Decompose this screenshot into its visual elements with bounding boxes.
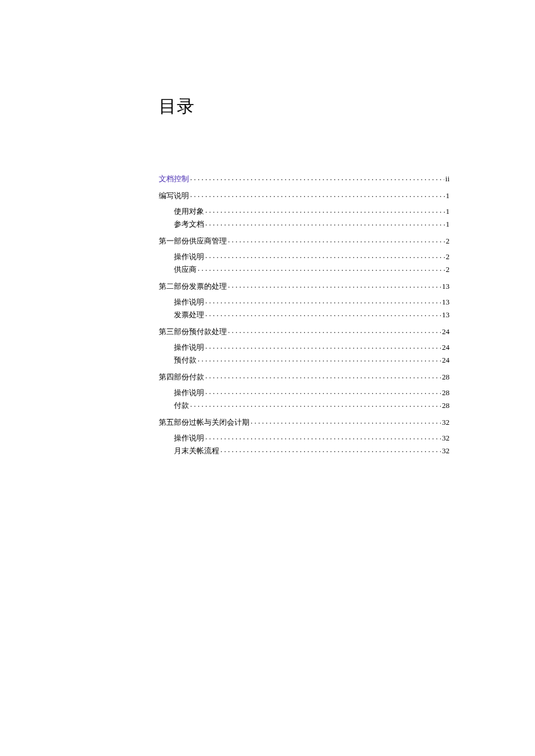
toc-entry[interactable]: 第一部份供应商管理2 [159, 228, 450, 245]
toc-entry-label: 第五部份过帐与关闭会计期 [159, 418, 249, 426]
toc-entry[interactable]: 预付款24 [159, 351, 450, 364]
toc-entry-page: 32 [442, 434, 450, 442]
toc-entry[interactable]: 第五部份过帐与关闭会计期32 [159, 409, 450, 426]
toc-entry-label: 第二部份发票的处理 [159, 282, 227, 290]
dot-leader [205, 388, 441, 395]
toc-entry[interactable]: 供应商2 [159, 260, 450, 273]
dot-leader [220, 446, 441, 453]
dot-leader [228, 236, 445, 243]
dot-leader [205, 342, 441, 350]
dot-leader [205, 252, 445, 259]
toc-entry-label: 操作说明 [174, 343, 204, 351]
dot-leader [205, 206, 445, 214]
toc-entry-page: 13 [442, 282, 450, 290]
toc-entry-label: 第四部份付款 [159, 373, 204, 381]
table-of-contents: 文档控制ii编写说明1使用对象1参考文档1第一部份供应商管理2操作说明2供应商2… [159, 174, 450, 454]
toc-entry-label: 第三部份预付款处理 [159, 328, 227, 335]
toc-entry[interactable]: 发票处理13 [159, 306, 450, 318]
toc-entry-label: 月末关帐流程 [174, 447, 219, 454]
toc-entry[interactable]: 月末关帐流程32 [159, 442, 450, 454]
dot-leader [198, 355, 441, 363]
dot-leader [228, 327, 441, 334]
toc-entry-label: 参考文档 [174, 220, 204, 228]
toc-entry-page: 24 [442, 343, 450, 351]
toc-entry-label: 发票处理 [174, 311, 204, 318]
toc-entry-page: ii [445, 175, 450, 182]
toc-entry-label: 使用对象 [174, 207, 204, 215]
toc-entry[interactable]: 第四部份付款28 [159, 364, 450, 381]
dot-leader [190, 191, 445, 198]
toc-entry[interactable]: 文档控制ii [159, 174, 450, 182]
toc-entry[interactable]: 付款28 [159, 396, 450, 409]
toc-entry-page: 28 [442, 389, 450, 396]
toc-entry[interactable]: 编写说明1 [159, 182, 450, 199]
toc-entry[interactable]: 操作说明32 [159, 426, 450, 442]
toc-entry-label: 付款 [174, 402, 189, 409]
toc-entry-page: 1 [446, 220, 450, 228]
dot-leader [228, 281, 441, 289]
toc-entry-page: 13 [442, 311, 450, 318]
toc-entry-label: 操作说明 [174, 389, 204, 396]
toc-entry[interactable]: 参考文档1 [159, 215, 450, 228]
toc-entry-page: 2 [446, 253, 450, 260]
toc-entry-page: 28 [442, 373, 450, 381]
toc-entry-page: 1 [446, 207, 450, 215]
toc-entry-label: 编写说明 [159, 192, 189, 199]
toc-entry-label: 操作说明 [174, 434, 204, 442]
dot-leader [251, 417, 441, 425]
toc-entry-label: 操作说明 [174, 298, 204, 306]
toc-entry-label: 供应商 [174, 266, 197, 273]
dot-leader [205, 219, 445, 227]
toc-title: 目录 [159, 96, 450, 117]
toc-entry[interactable]: 操作说明2 [159, 245, 450, 260]
toc-entry[interactable]: 第二部份发票的处理13 [159, 273, 450, 290]
dot-leader [205, 310, 441, 317]
toc-entry[interactable]: 操作说明28 [159, 381, 450, 396]
toc-entry[interactable]: 操作说明13 [159, 290, 450, 306]
toc-entry-label: 第一部份供应商管理 [159, 237, 227, 245]
dot-leader [198, 264, 445, 272]
toc-entry-label: 文档控制 [159, 175, 189, 182]
toc-entry-label: 操作说明 [174, 253, 204, 260]
toc-entry-label: 预付款 [174, 356, 197, 364]
toc-entry[interactable]: 使用对象1 [159, 199, 450, 215]
toc-entry-page: 2 [446, 266, 450, 273]
document-page: 目录 文档控制ii编写说明1使用对象1参考文档1第一部份供应商管理2操作说明2供… [0, 0, 535, 756]
toc-entry-page: 13 [442, 298, 450, 306]
dot-leader [205, 372, 441, 379]
toc-entry[interactable]: 操作说明24 [159, 335, 450, 351]
toc-entry-page: 1 [446, 192, 450, 199]
dot-leader [205, 433, 441, 440]
toc-entry-page: 24 [442, 328, 450, 335]
dot-leader [205, 297, 441, 304]
toc-entry-page: 2 [446, 237, 450, 245]
toc-entry-page: 32 [442, 418, 450, 426]
toc-entry-page: 24 [442, 356, 450, 364]
toc-entry-page: 28 [442, 402, 450, 409]
toc-entry[interactable]: 第三部份预付款处理24 [159, 318, 450, 335]
dot-leader [190, 400, 441, 408]
toc-entry-page: 32 [442, 447, 450, 454]
dot-leader [190, 174, 444, 181]
